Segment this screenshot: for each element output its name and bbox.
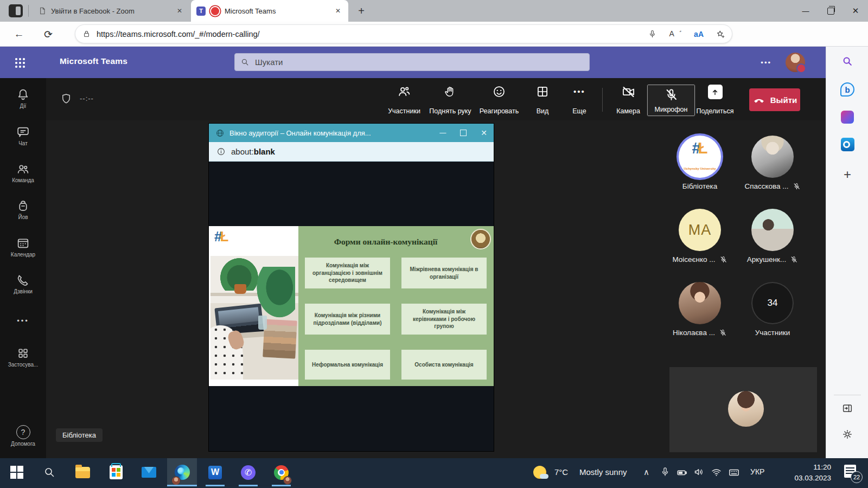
tray-volume-icon[interactable]: [693, 466, 705, 478]
address-bar[interactable]: https://teams.microsoft.com/_#/modern-ca…: [75, 24, 732, 43]
participant-tile-arkushenko[interactable]: Аркушенк...: [737, 209, 808, 264]
tab-activities-icon[interactable]: [9, 4, 23, 17]
camera-button[interactable]: Камера: [605, 85, 652, 115]
phone-icon: [16, 273, 30, 287]
react-button[interactable]: Реагировать: [476, 85, 522, 115]
weather-desc[interactable]: Mostly sunny: [579, 467, 627, 477]
participant-name: Спасскова ...: [744, 182, 788, 190]
microsoft-store-icon[interactable]: [101, 458, 131, 486]
tray-language[interactable]: УКР: [750, 467, 764, 476]
tray-keyboard-icon[interactable]: [728, 466, 740, 478]
browser-tab-strip: Увійти в Facebook - Zoom ✕ T Microsoft T…: [0, 0, 868, 22]
participant-overflow-tile[interactable]: 34 Участники: [737, 282, 808, 337]
teams-profile-avatar[interactable]: [786, 53, 805, 72]
slide-box: Комунікація між керівниками і робочою гр…: [401, 304, 487, 335]
viber-taskbar-icon[interactable]: ✆: [233, 458, 263, 486]
url-text[interactable]: https://teams.microsoft.com/_#/modern-ca…: [97, 30, 648, 38]
rail-item-more-icon[interactable]: •••: [0, 317, 46, 325]
shared-window-addressbar: about:blank: [209, 142, 494, 162]
back-button[interactable]: ←: [11, 26, 27, 42]
more-button[interactable]: ••• Еще: [556, 85, 603, 115]
new-tab-button[interactable]: +: [354, 3, 369, 18]
self-view-tile[interactable]: [669, 367, 817, 452]
rail-item-activity[interactable]: Дії: [0, 88, 46, 109]
search-input[interactable]: [254, 57, 565, 67]
add-favorite-icon[interactable]: [716, 29, 725, 39]
mail-icon[interactable]: [134, 458, 164, 486]
refresh-button[interactable]: ⟳: [40, 26, 56, 42]
sidebar-microsoft365-icon[interactable]: [826, 111, 868, 124]
close-tab-icon[interactable]: ✕: [333, 6, 343, 16]
participant-tile-biblioteka[interactable]: #Ł Uchynsky University Бібліотека: [665, 136, 735, 190]
participants-button[interactable]: Участники: [381, 85, 427, 115]
teams-header-more-icon[interactable]: •••: [761, 59, 771, 67]
translate-icon[interactable]: aA: [694, 30, 704, 38]
file-explorer-icon[interactable]: [68, 458, 98, 486]
globe-icon: [215, 129, 225, 138]
slide-box: Особиста комунікація: [401, 350, 487, 380]
rail-item-teams[interactable]: Команда: [0, 162, 46, 183]
read-aloud-icon[interactable]: A゛: [669, 29, 682, 39]
tab-microsoft-teams[interactable]: T Microsoft Teams ✕: [191, 0, 348, 22]
weather-temp[interactable]: 7°C: [554, 467, 568, 477]
share-button[interactable]: Поделиться: [692, 85, 738, 115]
divider: [602, 88, 603, 112]
close-tab-icon[interactable]: ✕: [175, 6, 184, 16]
sidebar-search-icon[interactable]: [826, 55, 868, 67]
call-timer: --:--: [80, 94, 94, 102]
voice-search-icon[interactable]: [648, 29, 657, 38]
avatar: [751, 209, 794, 251]
sidebar-toggle-icon[interactable]: [826, 402, 868, 414]
rail-item-chat[interactable]: Чат: [0, 125, 46, 146]
sidebar-outlook-icon[interactable]: [826, 138, 868, 151]
start-button[interactable]: [2, 458, 31, 486]
backpack-icon: [16, 199, 30, 213]
participant-tile-nikolaeva[interactable]: Ніколаєва ...: [665, 282, 735, 337]
avatar: [728, 391, 764, 427]
sidebar-add-icon[interactable]: +: [826, 167, 868, 182]
weather-icon[interactable]: [529, 458, 551, 486]
tab-facebook-zoom[interactable]: Увійти в Facebook - Zoom ✕: [33, 0, 190, 22]
help-icon: ?: [16, 425, 30, 439]
rail-item-help[interactable]: ? Допомога: [0, 425, 46, 447]
taskbar-search-icon[interactable]: [34, 458, 64, 486]
notification-center-icon[interactable]: 22: [844, 465, 860, 481]
chrome-taskbar-icon[interactable]: [266, 458, 296, 486]
profile-overlay-avatar: [283, 476, 292, 485]
participant-tile-spasskova[interactable]: Спасскова ...: [737, 136, 808, 190]
teams-search-bar[interactable]: [234, 53, 590, 71]
lock-icon: [82, 29, 91, 38]
address-scheme: about:: [231, 147, 254, 156]
smiley-icon: [492, 85, 506, 99]
participant-name: Аркушенк...: [747, 255, 786, 264]
app-launcher-icon[interactable]: [15, 58, 29, 67]
window-minimize-button[interactable]: —: [793, 0, 818, 22]
participant-tile-moiseenko[interactable]: МА Моісеєнко ...: [665, 209, 735, 264]
rail-item-calls[interactable]: Дзвінки: [0, 273, 46, 294]
minimize-icon: —: [802, 7, 809, 15]
edge-taskbar-icon[interactable]: [167, 458, 197, 486]
mic-off-icon: [719, 255, 727, 264]
sidebar-bing-chat-icon[interactable]: b: [826, 82, 868, 97]
leave-call-button[interactable]: Выйти: [749, 88, 800, 111]
word-taskbar-icon[interactable]: W: [200, 458, 230, 486]
window-close-button[interactable]: ✕: [843, 0, 868, 22]
tray-clock[interactable]: 11:20 03.03.2023: [794, 462, 831, 483]
microphone-button[interactable]: Микрофон: [647, 85, 695, 116]
shield-icon: [60, 93, 72, 105]
tray-battery-icon[interactable]: [676, 466, 688, 478]
window-restore-button[interactable]: [818, 0, 843, 22]
tray-wifi-icon[interactable]: [711, 466, 722, 478]
university-logo-icon: #Ł: [214, 229, 228, 243]
tray-chevron-icon[interactable]: ∧: [643, 467, 649, 477]
tray-mic-icon[interactable]: [660, 466, 671, 477]
rail-item-assignments[interactable]: Йов: [0, 199, 46, 220]
shared-maximize-icon: [460, 130, 467, 136]
raise-hand-button[interactable]: Поднять руку: [427, 85, 474, 115]
rail-label: Йов: [0, 214, 46, 220]
rail-item-calendar[interactable]: Календар: [0, 236, 46, 258]
recording-indicator-icon: [210, 6, 220, 16]
rail-item-apps[interactable]: Застосува...: [0, 346, 46, 368]
sidebar-settings-gear-icon[interactable]: [826, 428, 868, 440]
shared-minimize-icon: —: [439, 129, 446, 137]
